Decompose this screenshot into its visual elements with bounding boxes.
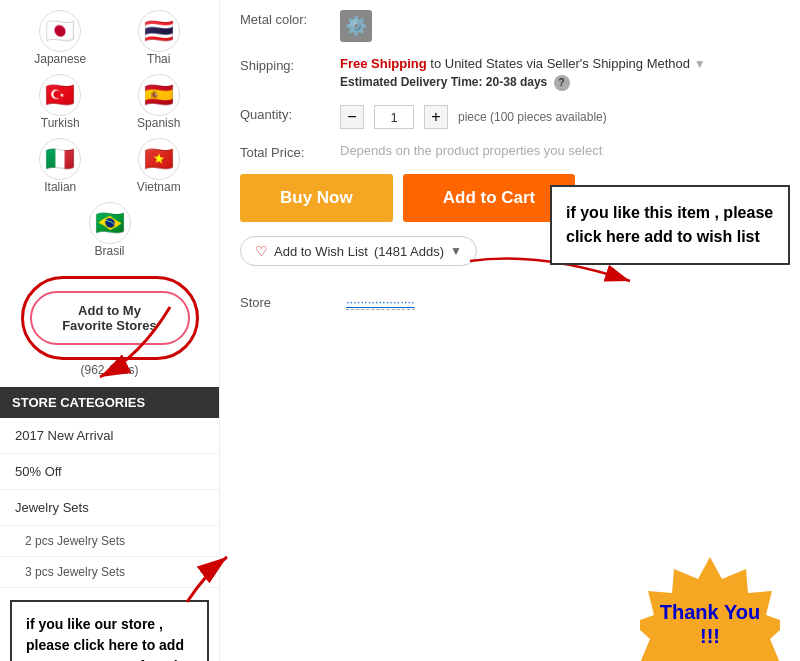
- flag-label-spanish: Spanish: [137, 116, 180, 130]
- category-item-new-arrival[interactable]: 2017 New Arrival: [0, 418, 219, 454]
- main-content: Metal color: ⚙️ Shipping: Free Shipping …: [220, 0, 800, 661]
- arrow-to-favorite: [60, 297, 180, 387]
- flag-japanese: 🇯🇵: [39, 10, 81, 52]
- flag-item-thai[interactable]: 🇹🇭 Thai: [114, 10, 205, 66]
- store-link[interactable]: ···················: [346, 294, 415, 310]
- flag-label-thai: Thai: [147, 52, 170, 66]
- store-callout-box: if you like our store , please click her…: [10, 600, 209, 661]
- metal-color-row: Metal color: ⚙️: [240, 10, 780, 42]
- wishlist-callout-box: if you like this item , please click her…: [550, 185, 790, 265]
- sidebar: 🇯🇵 Japanese 🇹🇭 Thai 🇹🇷 Turkish 🇪🇸 Spanis…: [0, 0, 220, 661]
- flag-thai: 🇹🇭: [138, 10, 180, 52]
- shipping-row: Shipping: Free Shipping to United States…: [240, 56, 780, 91]
- wishlist-label: Add to Wish List: [274, 244, 368, 259]
- buy-now-button[interactable]: Buy Now: [240, 174, 393, 222]
- starburst-line1: Thank You: [660, 599, 760, 625]
- metal-color-image[interactable]: ⚙️: [340, 10, 372, 42]
- flag-label-japanese: Japanese: [34, 52, 86, 66]
- delivery-label: Estimated Delivery Time:: [340, 75, 483, 89]
- delivery-time: Estimated Delivery Time: 20-38 days ?: [340, 75, 706, 91]
- flag-spanish: 🇪🇸: [138, 74, 180, 116]
- flag-turkish: 🇹🇷: [39, 74, 81, 116]
- flag-label-italian: Italian: [44, 180, 76, 194]
- flag-item-brasil[interactable]: 🇧🇷 Brasil: [89, 202, 131, 258]
- metal-color-label: Metal color:: [240, 10, 340, 27]
- quantity-decrease-button[interactable]: −: [340, 105, 364, 129]
- add-to-wishlist-button[interactable]: ♡ Add to Wish List (1481 Adds) ▼: [240, 236, 477, 266]
- quantity-value: 1: [374, 105, 414, 129]
- wishlist-callout-text: if you like this item , please click her…: [566, 204, 773, 245]
- total-price-value: Depends on the product properties you se…: [340, 143, 602, 158]
- shipping-dropdown-icon[interactable]: ▼: [694, 57, 706, 71]
- shipping-free-text: Free Shipping: [340, 56, 427, 71]
- wishlist-adds: (1481 Adds): [374, 244, 444, 259]
- starburst-container: Thank You !!!: [640, 553, 780, 661]
- store-categories-header: STORE CATEGORIES: [0, 387, 219, 418]
- flag-italian: 🇮🇹: [39, 138, 81, 180]
- heart-icon: ♡: [255, 243, 268, 259]
- help-icon[interactable]: ?: [554, 75, 570, 91]
- starburst-content: Thank You !!!: [660, 599, 760, 648]
- shipping-via-text: to United States via Seller's Shipping M…: [430, 56, 690, 71]
- flag-grid: 🇯🇵 Japanese 🇹🇭 Thai 🇹🇷 Turkish 🇪🇸 Spanis…: [0, 0, 219, 268]
- flag-brasil: 🇧🇷: [89, 202, 131, 244]
- category-item-jewelry-sets[interactable]: Jewelry Sets: [0, 490, 219, 526]
- shipping-label: Shipping:: [240, 56, 340, 73]
- quantity-row: Quantity: − 1 + piece (100 pieces availa…: [240, 105, 780, 129]
- flag-label-brasil: Brasil: [94, 244, 124, 258]
- flag-item-japanese[interactable]: 🇯🇵 Japanese: [15, 10, 106, 66]
- store-label: Store: [240, 295, 340, 310]
- flag-item-vietnam[interactable]: 🇻🇳 Vietnam: [114, 138, 205, 194]
- delivery-days: 20-38 days: [486, 75, 547, 89]
- shipping-info: Free Shipping to United States via Selle…: [340, 56, 706, 91]
- flag-label-turkish: Turkish: [41, 116, 80, 130]
- total-price-label: Total Price:: [240, 143, 340, 160]
- flag-item-turkish[interactable]: 🇹🇷 Turkish: [15, 74, 106, 130]
- quantity-info: piece (100 pieces available): [458, 110, 607, 124]
- total-price-row: Total Price: Depends on the product prop…: [240, 143, 780, 160]
- flag-item-italian[interactable]: 🇮🇹 Italian: [15, 138, 106, 194]
- store-callout-text: if you like our store , please click her…: [26, 616, 190, 661]
- category-item-50off[interactable]: 50% Off: [0, 454, 219, 490]
- quantity-increase-button[interactable]: +: [424, 105, 448, 129]
- flag-item-spanish[interactable]: 🇪🇸 Spanish: [114, 74, 205, 130]
- flag-label-vietnam: Vietnam: [137, 180, 181, 194]
- quantity-controls: − 1 + piece (100 pieces available): [340, 105, 607, 129]
- starburst-line2: !!!: [660, 625, 760, 648]
- quantity-label: Quantity:: [240, 105, 340, 122]
- flag-vietnam: 🇻🇳: [138, 138, 180, 180]
